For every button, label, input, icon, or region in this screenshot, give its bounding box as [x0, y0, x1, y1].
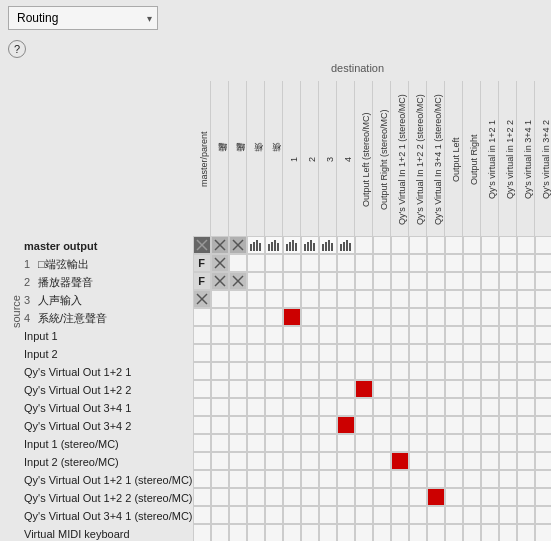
grid-cell-3-14[interactable] [445, 290, 463, 308]
grid-cell-0-5[interactable] [283, 236, 301, 254]
grid-cell-14-1[interactable] [211, 488, 229, 506]
grid-cell-8-17[interactable] [499, 380, 517, 398]
grid-cell-4-14[interactable] [445, 308, 463, 326]
grid-cell-10-7[interactable] [319, 416, 337, 434]
grid-cell-7-4[interactable] [265, 362, 283, 380]
grid-cell-0-16[interactable] [481, 236, 499, 254]
grid-cell-15-4[interactable] [265, 506, 283, 524]
grid-cell-7-3[interactable] [247, 362, 265, 380]
grid-cell-16-9[interactable] [355, 524, 373, 541]
grid-cell-13-15[interactable] [463, 470, 481, 488]
grid-cell-9-18[interactable] [517, 398, 535, 416]
grid-cell-10-8[interactable] [337, 416, 355, 434]
grid-cell-11-8[interactable] [337, 434, 355, 452]
grid-cell-4-4[interactable] [265, 308, 283, 326]
grid-cell-0-9[interactable] [355, 236, 373, 254]
grid-cell-6-19[interactable] [535, 344, 552, 362]
grid-cell-8-13[interactable] [427, 380, 445, 398]
grid-cell-2-4[interactable] [265, 272, 283, 290]
grid-cell-10-5[interactable] [283, 416, 301, 434]
grid-cell-16-11[interactable] [391, 524, 409, 541]
grid-cell-12-18[interactable] [517, 452, 535, 470]
grid-cell-11-16[interactable] [481, 434, 499, 452]
grid-cell-2-17[interactable] [499, 272, 517, 290]
grid-cell-2-16[interactable] [481, 272, 499, 290]
grid-cell-4-1[interactable] [211, 308, 229, 326]
grid-cell-12-11[interactable] [391, 452, 409, 470]
grid-cell-15-1[interactable] [211, 506, 229, 524]
grid-cell-13-6[interactable] [301, 470, 319, 488]
grid-cell-1-17[interactable] [499, 254, 517, 272]
grid-cell-6-9[interactable] [355, 344, 373, 362]
grid-cell-8-18[interactable] [517, 380, 535, 398]
grid-cell-3-0[interactable] [193, 290, 211, 308]
grid-cell-1-18[interactable] [517, 254, 535, 272]
grid-cell-7-7[interactable] [319, 362, 337, 380]
grid-cell-6-16[interactable] [481, 344, 499, 362]
grid-cell-16-18[interactable] [517, 524, 535, 541]
grid-cell-4-9[interactable] [355, 308, 373, 326]
grid-cell-10-18[interactable] [517, 416, 535, 434]
grid-cell-10-13[interactable] [427, 416, 445, 434]
grid-cell-11-5[interactable] [283, 434, 301, 452]
grid-cell-10-6[interactable] [301, 416, 319, 434]
grid-cell-3-19[interactable] [535, 290, 552, 308]
grid-cell-8-0[interactable] [193, 380, 211, 398]
grid-cell-13-18[interactable] [517, 470, 535, 488]
grid-cell-4-0[interactable] [193, 308, 211, 326]
grid-cell-0-1[interactable] [211, 236, 229, 254]
grid-cell-13-8[interactable] [337, 470, 355, 488]
grid-cell-6-13[interactable] [427, 344, 445, 362]
grid-cell-12-13[interactable] [427, 452, 445, 470]
grid-cell-5-13[interactable] [427, 326, 445, 344]
grid-cell-9-1[interactable] [211, 398, 229, 416]
grid-cell-5-16[interactable] [481, 326, 499, 344]
grid-cell-11-12[interactable] [409, 434, 427, 452]
grid-cell-11-17[interactable] [499, 434, 517, 452]
grid-cell-3-7[interactable] [319, 290, 337, 308]
grid-cell-8-2[interactable] [229, 380, 247, 398]
grid-cell-15-17[interactable] [499, 506, 517, 524]
grid-cell-5-1[interactable] [211, 326, 229, 344]
grid-cell-4-11[interactable] [391, 308, 409, 326]
grid-cell-0-2[interactable] [229, 236, 247, 254]
grid-cell-9-14[interactable] [445, 398, 463, 416]
grid-cell-13-2[interactable] [229, 470, 247, 488]
grid-cell-2-0[interactable]: F [193, 272, 211, 290]
grid-cell-7-19[interactable] [535, 362, 552, 380]
grid-cell-5-15[interactable] [463, 326, 481, 344]
grid-cell-7-10[interactable] [373, 362, 391, 380]
grid-cell-15-19[interactable] [535, 506, 552, 524]
grid-cell-9-6[interactable] [301, 398, 319, 416]
grid-cell-8-11[interactable] [391, 380, 409, 398]
grid-cell-16-19[interactable] [535, 524, 552, 541]
grid-cell-10-3[interactable] [247, 416, 265, 434]
grid-cell-13-10[interactable] [373, 470, 391, 488]
grid-cell-6-11[interactable] [391, 344, 409, 362]
grid-cell-15-0[interactable] [193, 506, 211, 524]
grid-cell-5-6[interactable] [301, 326, 319, 344]
grid-cell-12-9[interactable] [355, 452, 373, 470]
grid-cell-5-14[interactable] [445, 326, 463, 344]
grid-cell-5-7[interactable] [319, 326, 337, 344]
grid-cell-1-15[interactable] [463, 254, 481, 272]
grid-cell-4-13[interactable] [427, 308, 445, 326]
grid-cell-4-6[interactable] [301, 308, 319, 326]
grid-cell-3-16[interactable] [481, 290, 499, 308]
grid-cell-5-5[interactable] [283, 326, 301, 344]
grid-cell-14-11[interactable] [391, 488, 409, 506]
grid-cell-10-9[interactable] [355, 416, 373, 434]
grid-cell-10-17[interactable] [499, 416, 517, 434]
grid-cell-6-15[interactable] [463, 344, 481, 362]
grid-cell-12-5[interactable] [283, 452, 301, 470]
grid-cell-7-9[interactable] [355, 362, 373, 380]
grid-cell-13-13[interactable] [427, 470, 445, 488]
grid-cell-12-2[interactable] [229, 452, 247, 470]
grid-cell-1-14[interactable] [445, 254, 463, 272]
grid-cell-7-6[interactable] [301, 362, 319, 380]
grid-cell-15-15[interactable] [463, 506, 481, 524]
grid-cell-0-19[interactable] [535, 236, 552, 254]
grid-cell-12-19[interactable] [535, 452, 552, 470]
grid-cell-13-1[interactable] [211, 470, 229, 488]
grid-cell-3-1[interactable] [211, 290, 229, 308]
